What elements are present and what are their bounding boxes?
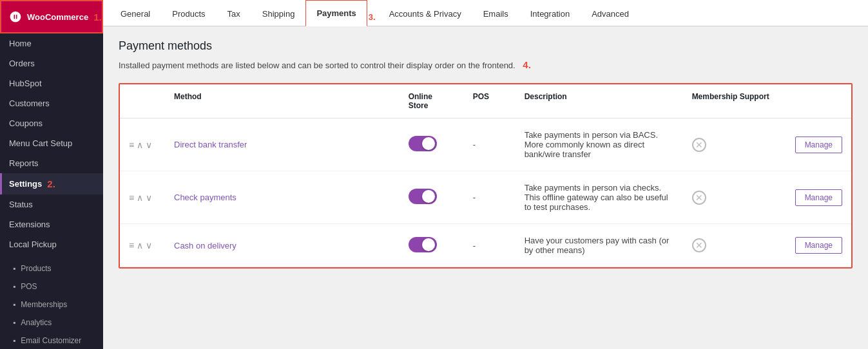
step2-label: 2. bbox=[47, 178, 55, 189]
th-method: Method bbox=[165, 84, 400, 118]
sort-controls-direct-bank: ≡ ∧ ∨ bbox=[129, 140, 156, 150]
sidebar-item-hubspot[interactable]: HubSpot bbox=[0, 73, 103, 93]
membership-cell-cash-on-delivery: ✕ bbox=[683, 224, 786, 267]
sidebar-products-group-label: Products bbox=[21, 264, 51, 273]
payment-methods-table-wrapper: Method OnlineStore POS Description Membe… bbox=[119, 83, 853, 269]
membership-disabled-icon-cash-on-delivery[interactable]: ✕ bbox=[692, 238, 706, 252]
step3-label: 3. bbox=[367, 12, 378, 26]
manage-button-direct-bank[interactable]: Manage bbox=[795, 137, 842, 153]
drag-handle-icon[interactable]: ≡ bbox=[129, 140, 134, 150]
sidebar-item-orders[interactable]: Orders bbox=[0, 53, 103, 73]
online-store-cell-check-payments bbox=[400, 171, 464, 224]
move-up-icon[interactable]: ∧ bbox=[137, 140, 143, 150]
check-payments-link[interactable]: Check payments bbox=[174, 193, 236, 202]
sidebar-item-coupons[interactable]: Coupons bbox=[0, 113, 103, 133]
toggle-thumb bbox=[422, 190, 435, 203]
memberships-group-icon: ▪ bbox=[13, 300, 15, 309]
move-up-icon[interactable]: ∧ bbox=[137, 193, 143, 203]
table-row: ≡ ∧ ∨ Cash on delivery bbox=[120, 224, 851, 267]
sidebar-item-customers[interactable]: Customers bbox=[0, 93, 103, 113]
sidebar-logo[interactable]: WooCommerce 1. bbox=[0, 0, 103, 33]
move-up-icon[interactable]: ∧ bbox=[137, 240, 143, 250]
online-store-cell-direct-bank bbox=[400, 118, 464, 171]
tab-payments[interactable]: Payments bbox=[305, 0, 367, 26]
th-online-store: OnlineStore bbox=[400, 84, 464, 118]
products-group-icon: ▪ bbox=[13, 264, 15, 273]
pos-group-icon: ▪ bbox=[13, 282, 15, 291]
sort-controls-cash-on-delivery: ≡ ∧ ∨ bbox=[129, 240, 156, 250]
tab-tax[interactable]: Tax bbox=[217, 1, 251, 26]
toggle-track bbox=[409, 136, 437, 151]
sidebar-email-customizer-label: Email Customizer bbox=[21, 336, 81, 345]
sidebar-item-extensions-label: Extensions bbox=[9, 220, 50, 229]
sidebar-item-menu-cart-label: Menu Cart Setup bbox=[9, 138, 72, 148]
cash-on-delivery-link[interactable]: Cash on delivery bbox=[174, 241, 236, 250]
sidebar-item-status[interactable]: Status bbox=[0, 194, 103, 214]
sidebar-item-products-group[interactable]: ▪ Products bbox=[0, 259, 103, 278]
actions-cell-cash-on-delivery: Manage bbox=[786, 224, 851, 267]
woo-logo-icon bbox=[9, 8, 22, 26]
sidebar-item-settings[interactable]: Settings 2. bbox=[0, 173, 103, 194]
move-down-icon[interactable]: ∨ bbox=[146, 240, 152, 250]
drag-handle-icon[interactable]: ≡ bbox=[129, 240, 134, 250]
tab-integration[interactable]: Integration bbox=[519, 1, 581, 26]
method-name-cell-cash-on-delivery: Cash on delivery bbox=[165, 224, 400, 267]
row-controls-cash-on-delivery: ≡ ∧ ∨ bbox=[120, 224, 165, 267]
tab-advanced[interactable]: Advanced bbox=[581, 1, 640, 26]
sidebar-item-pos-group[interactable]: ▪ POS bbox=[0, 278, 103, 296]
payment-methods-table: Method OnlineStore POS Description Membe… bbox=[120, 84, 851, 267]
sidebar-item-reports[interactable]: Reports bbox=[0, 153, 103, 173]
sidebar-memberships-group-label: Memberships bbox=[21, 300, 67, 309]
main-content: General Products Tax Shipping Payments 3… bbox=[103, 0, 868, 349]
sidebar-item-home[interactable]: Home bbox=[0, 33, 103, 53]
tab-accounts-privacy[interactable]: Accounts & Privacy bbox=[378, 1, 472, 26]
drag-handle-icon[interactable]: ≡ bbox=[129, 193, 134, 203]
online-store-toggle-check-payments[interactable] bbox=[409, 189, 437, 204]
membership-disabled-icon-check-payments[interactable]: ✕ bbox=[692, 191, 706, 205]
tab-products[interactable]: Products bbox=[161, 1, 216, 26]
settings-tabs: General Products Tax Shipping Payments 3… bbox=[103, 0, 868, 26]
sidebar-item-home-label: Home bbox=[9, 39, 32, 48]
direct-bank-transfer-link[interactable]: Direct bank transfer bbox=[174, 140, 247, 149]
sidebar-item-hubspot-label: HubSpot bbox=[9, 79, 42, 88]
sidebar-item-menu-cart-setup[interactable]: Menu Cart Setup bbox=[0, 133, 103, 153]
th-pos: POS bbox=[464, 84, 516, 118]
th-description: Description bbox=[516, 84, 683, 118]
sidebar-analytics-group-label: Analytics bbox=[21, 318, 52, 327]
online-store-toggle-cash-on-delivery[interactable] bbox=[409, 237, 437, 252]
tab-general[interactable]: General bbox=[110, 1, 161, 26]
online-store-toggle-direct-bank[interactable] bbox=[409, 136, 437, 151]
th-actions bbox=[786, 84, 851, 118]
table-row: ≡ ∧ ∨ Check payments bbox=[120, 171, 851, 224]
membership-disabled-icon-direct-bank[interactable]: ✕ bbox=[692, 138, 706, 152]
tab-shipping[interactable]: Shipping bbox=[251, 1, 306, 26]
sidebar-item-analytics-group[interactable]: ▪ Analytics bbox=[0, 314, 103, 332]
sidebar-item-extensions[interactable]: Extensions bbox=[0, 214, 103, 234]
sort-controls-check-payments: ≡ ∧ ∨ bbox=[129, 193, 156, 203]
move-down-icon[interactable]: ∨ bbox=[146, 140, 152, 150]
pos-cell-check-payments: - bbox=[464, 171, 516, 224]
sidebar-item-settings-label: Settings bbox=[9, 179, 42, 189]
sidebar-item-local-pickup[interactable]: Local Pickup bbox=[0, 234, 103, 254]
toggle-thumb bbox=[422, 137, 435, 150]
sidebar-item-status-label: Status bbox=[9, 200, 33, 209]
pos-cell-cash-on-delivery: - bbox=[464, 224, 516, 267]
method-name-cell-direct-bank: Direct bank transfer bbox=[165, 118, 400, 171]
sidebar-item-coupons-label: Coupons bbox=[9, 118, 43, 128]
membership-cell-direct-bank: ✕ bbox=[683, 118, 786, 171]
page-title: Payment methods bbox=[119, 39, 212, 53]
tab-emails[interactable]: Emails bbox=[472, 1, 519, 26]
manage-button-cash-on-delivery[interactable]: Manage bbox=[795, 237, 842, 254]
move-down-icon[interactable]: ∨ bbox=[146, 193, 152, 203]
toggle-track bbox=[409, 189, 437, 204]
sidebar-item-email-customizer-group[interactable]: ▪ Email Customizer bbox=[0, 332, 103, 349]
sidebar-item-memberships-group[interactable]: ▪ Memberships bbox=[0, 296, 103, 314]
sidebar: WooCommerce 1. Home Orders HubSpot Custo… bbox=[0, 0, 103, 349]
actions-cell-check-payments: Manage bbox=[786, 171, 851, 224]
sidebar-logo-text: WooCommerce bbox=[27, 12, 88, 22]
description-cell-check-payments: Take payments in person via checks. This… bbox=[516, 171, 683, 224]
row-controls-check-payments: ≡ ∧ ∨ bbox=[120, 171, 165, 224]
manage-button-check-payments[interactable]: Manage bbox=[795, 189, 842, 206]
method-name-cell-check-payments: Check payments bbox=[165, 171, 400, 224]
table-row: ≡ ∧ ∨ Direct bank transfer bbox=[120, 118, 851, 171]
